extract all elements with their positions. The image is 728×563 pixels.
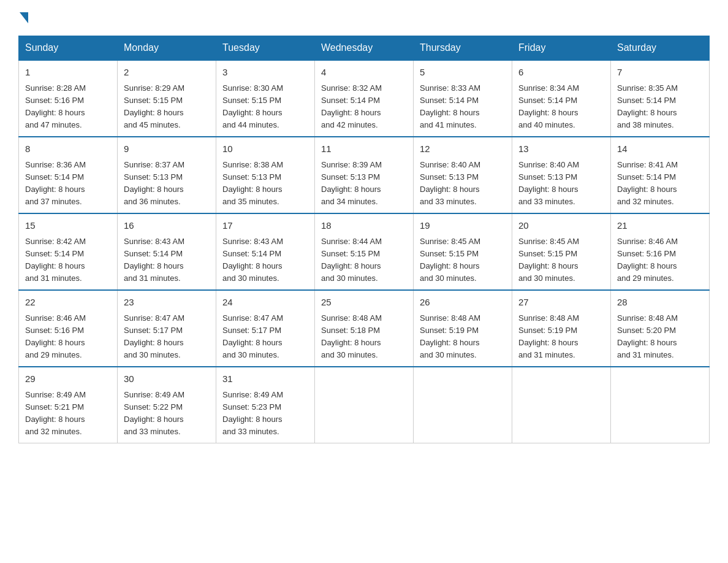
day-number: 19 — [420, 219, 506, 233]
day-number: 3 — [222, 66, 308, 80]
calendar-header-row: SundayMondayTuesdayWednesdayThursdayFrid… — [19, 36, 710, 61]
day-info: Sunrise: 8:45 AMSunset: 5:15 PMDaylight:… — [420, 236, 506, 285]
calendar-day-cell: 1Sunrise: 8:28 AMSunset: 5:16 PMDaylight… — [19, 60, 118, 137]
day-number: 16 — [124, 219, 210, 233]
header-tuesday: Tuesday — [216, 36, 315, 61]
day-info: Sunrise: 8:47 AMSunset: 5:17 PMDaylight:… — [124, 312, 210, 362]
calendar-day-cell: 16Sunrise: 8:43 AMSunset: 5:14 PMDayligh… — [118, 213, 216, 290]
calendar-day-cell: 14Sunrise: 8:41 AMSunset: 5:14 PMDayligh… — [611, 137, 710, 213]
calendar-table: SundayMondayTuesdayWednesdayThursdayFrid… — [18, 36, 710, 443]
day-number: 25 — [321, 296, 407, 310]
calendar-day-cell: 8Sunrise: 8:36 AMSunset: 5:14 PMDaylight… — [19, 137, 118, 213]
day-info: Sunrise: 8:43 AMSunset: 5:14 PMDaylight:… — [124, 236, 210, 285]
calendar-day-cell: 19Sunrise: 8:45 AMSunset: 5:15 PMDayligh… — [414, 213, 512, 290]
day-info: Sunrise: 8:49 AMSunset: 5:21 PMDaylight:… — [25, 389, 111, 439]
calendar-week-row: 29Sunrise: 8:49 AMSunset: 5:21 PMDayligh… — [19, 367, 710, 443]
day-info: Sunrise: 8:37 AMSunset: 5:13 PMDaylight:… — [124, 159, 210, 209]
day-info: Sunrise: 8:40 AMSunset: 5:13 PMDaylight:… — [518, 159, 604, 209]
day-info: Sunrise: 8:28 AMSunset: 5:16 PMDaylight:… — [25, 82, 111, 132]
day-info: Sunrise: 8:35 AMSunset: 5:14 PMDaylight:… — [617, 82, 703, 132]
calendar-week-row: 1Sunrise: 8:28 AMSunset: 5:16 PMDaylight… — [19, 60, 710, 137]
calendar-day-cell: 22Sunrise: 8:46 AMSunset: 5:16 PMDayligh… — [19, 290, 118, 367]
day-info: Sunrise: 8:29 AMSunset: 5:15 PMDaylight:… — [124, 82, 210, 132]
calendar-day-cell: 12Sunrise: 8:40 AMSunset: 5:13 PMDayligh… — [414, 137, 512, 213]
day-number: 15 — [25, 219, 111, 233]
day-number: 21 — [617, 219, 703, 233]
day-info: Sunrise: 8:40 AMSunset: 5:13 PMDaylight:… — [420, 159, 506, 209]
day-number: 22 — [25, 296, 111, 310]
calendar-day-cell — [414, 367, 512, 443]
calendar-day-cell: 25Sunrise: 8:48 AMSunset: 5:18 PMDayligh… — [315, 290, 414, 367]
day-info: Sunrise: 8:34 AMSunset: 5:14 PMDaylight:… — [518, 82, 604, 132]
day-number: 11 — [321, 142, 407, 156]
calendar-day-cell: 3Sunrise: 8:30 AMSunset: 5:15 PMDaylight… — [216, 60, 315, 137]
day-info: Sunrise: 8:33 AMSunset: 5:14 PMDaylight:… — [420, 82, 506, 132]
day-number: 27 — [518, 296, 604, 310]
calendar-day-cell: 11Sunrise: 8:39 AMSunset: 5:13 PMDayligh… — [315, 137, 414, 213]
day-info: Sunrise: 8:48 AMSunset: 5:19 PMDaylight:… — [420, 312, 506, 362]
calendar-day-cell: 18Sunrise: 8:44 AMSunset: 5:15 PMDayligh… — [315, 213, 414, 290]
day-info: Sunrise: 8:48 AMSunset: 5:19 PMDaylight:… — [518, 312, 604, 362]
calendar-week-row: 8Sunrise: 8:36 AMSunset: 5:14 PMDaylight… — [19, 137, 710, 213]
day-info: Sunrise: 8:47 AMSunset: 5:17 PMDaylight:… — [222, 312, 308, 362]
calendar-day-cell: 24Sunrise: 8:47 AMSunset: 5:17 PMDayligh… — [216, 290, 315, 367]
day-number: 24 — [222, 296, 308, 310]
day-info: Sunrise: 8:48 AMSunset: 5:18 PMDaylight:… — [321, 312, 407, 362]
calendar-day-cell — [315, 367, 414, 443]
calendar-day-cell: 28Sunrise: 8:48 AMSunset: 5:20 PMDayligh… — [611, 290, 710, 367]
calendar-day-cell: 4Sunrise: 8:32 AMSunset: 5:14 PMDaylight… — [315, 60, 414, 137]
day-number: 17 — [222, 219, 308, 233]
day-number: 20 — [518, 219, 604, 233]
calendar-day-cell: 23Sunrise: 8:47 AMSunset: 5:17 PMDayligh… — [118, 290, 216, 367]
header-saturday: Saturday — [611, 36, 710, 61]
calendar-day-cell: 20Sunrise: 8:45 AMSunset: 5:15 PMDayligh… — [512, 213, 611, 290]
logo-arrow-icon — [20, 12, 28, 23]
day-number: 4 — [321, 66, 407, 80]
day-info: Sunrise: 8:38 AMSunset: 5:13 PMDaylight:… — [222, 159, 308, 209]
day-info: Sunrise: 8:39 AMSunset: 5:13 PMDaylight:… — [321, 159, 407, 209]
header-thursday: Thursday — [414, 36, 512, 61]
header-wednesday: Wednesday — [315, 36, 414, 61]
calendar-day-cell: 10Sunrise: 8:38 AMSunset: 5:13 PMDayligh… — [216, 137, 315, 213]
day-info: Sunrise: 8:48 AMSunset: 5:20 PMDaylight:… — [617, 312, 703, 362]
day-number: 18 — [321, 219, 407, 233]
calendar-day-cell: 21Sunrise: 8:46 AMSunset: 5:16 PMDayligh… — [611, 213, 710, 290]
calendar-day-cell: 26Sunrise: 8:48 AMSunset: 5:19 PMDayligh… — [414, 290, 512, 367]
calendar-day-cell: 13Sunrise: 8:40 AMSunset: 5:13 PMDayligh… — [512, 137, 611, 213]
day-info: Sunrise: 8:32 AMSunset: 5:14 PMDaylight:… — [321, 82, 407, 132]
calendar-day-cell: 30Sunrise: 8:49 AMSunset: 5:22 PMDayligh… — [118, 367, 216, 443]
day-number: 23 — [124, 296, 210, 310]
calendar-week-row: 15Sunrise: 8:42 AMSunset: 5:14 PMDayligh… — [19, 213, 710, 290]
day-number: 9 — [124, 142, 210, 156]
day-number: 5 — [420, 66, 506, 80]
calendar-week-row: 22Sunrise: 8:46 AMSunset: 5:16 PMDayligh… — [19, 290, 710, 367]
calendar-day-cell: 2Sunrise: 8:29 AMSunset: 5:15 PMDaylight… — [118, 60, 216, 137]
header-friday: Friday — [512, 36, 611, 61]
calendar-day-cell: 17Sunrise: 8:43 AMSunset: 5:14 PMDayligh… — [216, 213, 315, 290]
day-number: 31 — [222, 372, 308, 386]
calendar-day-cell: 7Sunrise: 8:35 AMSunset: 5:14 PMDaylight… — [611, 60, 710, 137]
day-number: 10 — [222, 142, 308, 156]
day-number: 8 — [25, 142, 111, 156]
day-number: 7 — [617, 66, 703, 80]
day-number: 6 — [518, 66, 604, 80]
day-number: 12 — [420, 142, 506, 156]
header-sunday: Sunday — [19, 36, 118, 61]
day-number: 13 — [518, 142, 604, 156]
page-header — [18, 12, 710, 23]
day-number: 14 — [617, 142, 703, 156]
day-number: 1 — [25, 66, 111, 80]
day-info: Sunrise: 8:49 AMSunset: 5:23 PMDaylight:… — [222, 389, 308, 439]
header-monday: Monday — [118, 36, 216, 61]
day-info: Sunrise: 8:36 AMSunset: 5:14 PMDaylight:… — [25, 159, 111, 209]
day-number: 2 — [124, 66, 210, 80]
day-number: 26 — [420, 296, 506, 310]
calendar-day-cell: 15Sunrise: 8:42 AMSunset: 5:14 PMDayligh… — [19, 213, 118, 290]
day-info: Sunrise: 8:46 AMSunset: 5:16 PMDaylight:… — [617, 236, 703, 285]
calendar-day-cell — [611, 367, 710, 443]
day-number: 28 — [617, 296, 703, 310]
day-info: Sunrise: 8:41 AMSunset: 5:14 PMDaylight:… — [617, 159, 703, 209]
calendar-day-cell: 29Sunrise: 8:49 AMSunset: 5:21 PMDayligh… — [19, 367, 118, 443]
calendar-day-cell: 9Sunrise: 8:37 AMSunset: 5:13 PMDaylight… — [118, 137, 216, 213]
day-number: 30 — [124, 372, 210, 386]
